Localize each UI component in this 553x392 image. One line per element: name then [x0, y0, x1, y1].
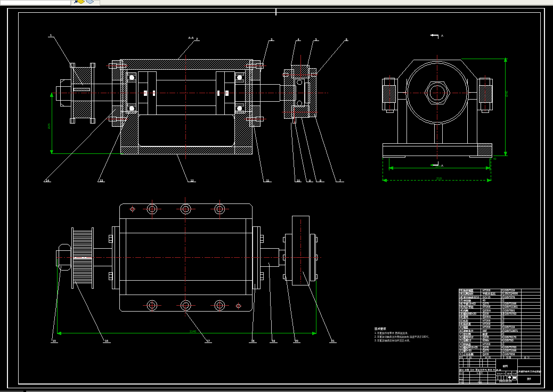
svg-text:半粗羊毛毡: 半粗羊毛毡 — [482, 292, 496, 296]
svg-text:9: 9 — [309, 179, 311, 182]
svg-text:4: 4 — [501, 339, 503, 342]
svg-text:8: 8 — [460, 330, 461, 332]
svg-text:GB/T1096: GB/T1096 — [505, 349, 517, 352]
svg-text:标准化: 标准化 — [476, 372, 483, 374]
svg-text:1: 1 — [501, 306, 503, 308]
svg-text:5: 5 — [315, 38, 317, 41]
svg-text:18: 18 — [459, 296, 462, 299]
svg-text:4: 4 — [501, 346, 503, 349]
svg-text:1: 1 — [460, 353, 461, 356]
svg-text:20: 20 — [459, 289, 462, 292]
svg-text:6: 6 — [460, 336, 461, 339]
svg-text:3: 3 — [460, 346, 461, 349]
svg-text:GB/T5783: GB/T5783 — [505, 313, 517, 315]
svg-text:8: 8 — [320, 179, 321, 182]
svg-text:17: 17 — [459, 299, 462, 302]
svg-text:备 注: 备 注 — [524, 356, 530, 360]
svg-text:1: 1 — [501, 349, 503, 352]
svg-text:重量: 重量 — [507, 372, 511, 375]
svg-text:7: 7 — [339, 179, 341, 182]
svg-text:螺栓M10×35: 螺栓M10×35 — [462, 346, 478, 349]
svg-text:图4: 图4 — [527, 377, 531, 381]
svg-text:14: 14 — [459, 309, 462, 312]
svg-text:10: 10 — [459, 323, 462, 325]
svg-text:10: 10 — [297, 179, 300, 182]
svg-text:Ø25: Ø25 — [47, 124, 51, 129]
svg-text:毡圈油封: 毡圈油封 — [462, 292, 474, 296]
svg-text:机架: 机架 — [462, 319, 468, 323]
svg-text:批准: 批准 — [478, 381, 482, 383]
svg-text:15: 15 — [53, 339, 56, 342]
svg-text:Q275: Q275 — [483, 349, 489, 352]
svg-text:2: 2 — [196, 37, 198, 40]
svg-text:GB/T13871: GB/T13871 — [505, 330, 518, 332]
svg-text:6: 6 — [346, 38, 347, 41]
svg-text:技术要求: 技术要求 — [374, 327, 386, 331]
svg-text:16: 16 — [459, 303, 462, 305]
svg-text:联轴器: 联轴器 — [462, 342, 471, 346]
svg-text:1: 1 — [501, 309, 503, 312]
svg-text:GB/T5783: GB/T5783 — [505, 346, 517, 349]
svg-text:40: 40 — [493, 157, 497, 160]
svg-text:端盖: 端盖 — [462, 325, 468, 329]
svg-text:1: 1 — [501, 303, 503, 305]
svg-text:45: 45 — [483, 299, 486, 302]
svg-text:GCr15: GCr15 — [483, 296, 491, 299]
svg-text:20: 20 — [295, 339, 298, 342]
svg-text:同步带轮: 同步带轮 — [463, 305, 474, 309]
svg-text:3. 装配后轴承应转动灵活无卡滞。: 3. 装配后轴承应转动灵活无卡滞。 — [375, 339, 411, 342]
svg-text:1: 1 — [501, 320, 503, 322]
svg-text:A: A — [441, 164, 443, 167]
svg-text:设计: 设计 — [459, 372, 463, 374]
svg-text:19: 19 — [459, 292, 462, 295]
svg-text:HT200: HT200 — [483, 343, 491, 346]
svg-text:2016.05.25: 2016.05.25 — [499, 380, 512, 383]
svg-text:JB/ZQ4606: JB/ZQ4606 — [505, 292, 518, 295]
svg-text:Ø40: Ø40 — [505, 91, 508, 97]
svg-text:08F: 08F — [483, 330, 487, 332]
svg-text:2: 2 — [501, 289, 503, 292]
svg-text:17: 17 — [207, 339, 210, 342]
svg-text:11: 11 — [459, 320, 462, 322]
svg-text:9: 9 — [460, 326, 461, 329]
svg-text:传动轴: 传动轴 — [462, 299, 471, 303]
svg-text:2: 2 — [501, 323, 503, 325]
svg-text:GB/T11361: GB/T11361 — [505, 306, 518, 308]
svg-text:5: 5 — [460, 339, 461, 342]
svg-text:2: 2 — [501, 326, 503, 329]
svg-text:轴承座: 轴承座 — [462, 322, 471, 326]
svg-text:GB/T6170: GB/T6170 — [505, 336, 517, 339]
svg-text:螺栓M8×20: 螺栓M8×20 — [462, 312, 476, 316]
svg-text:15: 15 — [459, 306, 462, 308]
svg-text:平键16×63: 平键16×63 — [462, 302, 476, 306]
svg-text:65Mn: 65Mn — [483, 339, 490, 342]
svg-text:18: 18 — [251, 339, 254, 342]
svg-text:1140: 1140 — [190, 330, 197, 333]
svg-text:Q235: Q235 — [483, 353, 489, 356]
svg-text:Q235: Q235 — [483, 313, 489, 315]
svg-text:1: 1 — [501, 299, 503, 302]
svg-text:HT200: HT200 — [483, 326, 491, 329]
svg-text:7: 7 — [460, 333, 461, 336]
svg-text:轴承端盖: 轴承端盖 — [462, 289, 474, 292]
svg-text:12: 12 — [190, 179, 193, 182]
svg-text:2: 2 — [460, 349, 461, 352]
svg-text:1: 1 — [50, 34, 52, 37]
svg-text:21: 21 — [331, 339, 335, 342]
svg-text:橡胶: 橡胶 — [482, 332, 488, 336]
svg-text:材料: 材料 — [502, 364, 508, 368]
svg-text:12: 12 — [501, 313, 504, 315]
svg-text:滚动轴承6210: 滚动轴承6210 — [462, 296, 479, 299]
svg-text:螺母M12: 螺母M12 — [462, 336, 474, 339]
svg-text:Q235A: Q235A — [483, 309, 491, 312]
svg-text:GB/T891: GB/T891 — [505, 309, 515, 312]
svg-text:2: 2 — [501, 296, 503, 299]
svg-text:14: 14 — [46, 179, 50, 182]
svg-text:调整垫片: 调整垫片 — [462, 329, 474, 333]
svg-text:HT200: HT200 — [483, 289, 491, 292]
svg-text:13: 13 — [100, 179, 103, 182]
svg-text:垫圈12: 垫圈12 — [462, 339, 471, 342]
svg-text:GB/T119: GB/T119 — [505, 289, 515, 292]
svg-text:工艺: 工艺 — [459, 381, 463, 383]
svg-text:1: 1 — [501, 353, 503, 356]
